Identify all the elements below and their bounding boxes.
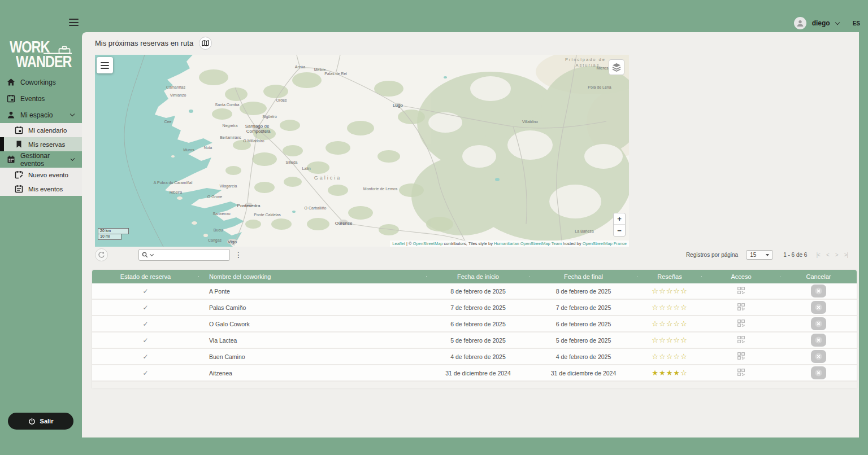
access-qr-button[interactable]: [737, 352, 745, 361]
reservation-confirmed-icon: ✓: [142, 336, 148, 344]
qr-code-icon: [737, 352, 745, 360]
table-row: ✓ Aitzenea 31 de diciembre de 2024 31 de…: [92, 365, 857, 382]
content-panel: Mis próximas reservas en ruta: [82, 32, 859, 438]
zoom-out-button[interactable]: −: [614, 225, 625, 236]
search-filter-chevron-icon[interactable]: [150, 252, 154, 256]
prev-page-button[interactable]: <: [826, 252, 829, 258]
cancel-reservation-button[interactable]: [811, 334, 826, 347]
coworking-name: Buen Camino: [199, 353, 427, 360]
access-qr-button[interactable]: [737, 369, 745, 378]
toggle-map-button[interactable]: [199, 37, 212, 50]
cancel-reservation-button[interactable]: [811, 301, 826, 314]
table-row: ✓ Via Lactea 5 de febrero de 2025 5 de f…: [92, 333, 857, 349]
scale-mi: 10 mi: [98, 234, 121, 240]
sidebar: WORK WANDER Coworkings Eventos Mi espaci…: [0, 32, 82, 455]
page-size-select[interactable]: 15: [746, 250, 773, 260]
rating-stars[interactable]: ☆☆☆☆☆: [652, 336, 687, 344]
search-input[interactable]: [155, 250, 227, 260]
calendar-list-icon: [15, 185, 23, 193]
cancel-reservation-button[interactable]: [811, 317, 826, 330]
access-qr-button[interactable]: [737, 336, 745, 345]
username[interactable]: diego: [812, 19, 830, 27]
refresh-icon: [98, 251, 105, 259]
sidebar-item-mi-espacio[interactable]: Mi espacio: [0, 107, 82, 123]
brand-logo: WORK WANDER: [10, 39, 73, 69]
table-row: ✓ Buen Camino 4 de febrero de 2025 4 de …: [92, 349, 857, 365]
records-per-page-label: Registros por página: [686, 252, 738, 258]
menu-hamburger-icon[interactable]: [69, 19, 79, 26]
col-acceso: Acceso: [702, 273, 780, 280]
reservation-confirmed-icon: ✓: [142, 320, 148, 328]
rating-stars[interactable]: ☆☆☆☆☆: [652, 303, 687, 312]
rating-stars[interactable]: ☆☆☆☆☆: [652, 320, 687, 328]
reservation-confirmed-icon: ✓: [142, 369, 148, 377]
chevron-down-icon: [70, 112, 75, 116]
cancel-reservation-button[interactable]: [811, 350, 826, 363]
qr-code-icon: [737, 369, 745, 376]
sidebar-item-gestionar-eventos[interactable]: Gestionar eventos: [0, 151, 82, 168]
pagination-range: 1 - 6 de 6: [783, 252, 807, 258]
table-row: ✓ A Ponte 8 de febrero de 2025 8 de febr…: [92, 283, 857, 300]
reservation-confirmed-icon: ✓: [142, 304, 148, 312]
user-icon: [796, 19, 804, 27]
circle-x-icon: [814, 336, 823, 344]
reservations-table: Estado de reserva Nombre del coworking F…: [92, 270, 857, 388]
rating-stars[interactable]: ☆☆☆☆☆: [652, 352, 687, 361]
sidebar-item-mis-reservas[interactable]: Mis reservas: [0, 137, 82, 151]
first-page-button[interactable]: |<: [816, 252, 819, 258]
reservation-confirmed-icon: ✓: [142, 353, 148, 361]
circle-x-icon: [814, 287, 823, 295]
language-selector[interactable]: ES: [853, 20, 860, 27]
sidebar-item-eventos[interactable]: Eventos: [0, 90, 82, 107]
qr-code-icon: [737, 287, 745, 294]
more-options-icon[interactable]: ⋮: [235, 251, 242, 259]
qr-code-icon: [737, 320, 745, 327]
table-row: ✓ Palas Camiño 7 de febrero de 2025 7 de…: [92, 300, 857, 316]
sidebar-item-mis-eventos[interactable]: Mis eventos: [0, 182, 82, 196]
col-fecha-inicio: Fecha de inicio: [427, 273, 530, 280]
cancel-reservation-button[interactable]: [811, 285, 826, 298]
brand-line2: WANDER: [16, 54, 67, 69]
next-page-button[interactable]: >: [835, 252, 838, 258]
coworking-name: Via Lactea: [199, 337, 427, 344]
start-date: 5 de febrero de 2025: [427, 337, 530, 344]
circle-x-icon: [814, 352, 823, 361]
sidebar-item-nuevo-evento[interactable]: Nuevo evento: [0, 168, 82, 182]
last-page-button[interactable]: >|: [844, 252, 848, 258]
rating-stars[interactable]: ☆☆☆☆☆: [652, 287, 687, 295]
sidebar-item-mi-calendario[interactable]: Mi calendario: [0, 123, 82, 137]
osmfr-link[interactable]: OpenStreetMap France: [583, 241, 627, 246]
map-layers-button[interactable]: [609, 59, 624, 75]
logout-button[interactable]: Salir: [8, 413, 73, 430]
circle-x-icon: [814, 369, 823, 377]
calendar-edit-icon: [15, 170, 23, 179]
start-date: 4 de febrero de 2025: [427, 353, 530, 360]
end-date: 4 de febrero de 2025: [530, 353, 637, 360]
col-nombre: Nombre del coworking: [199, 273, 427, 280]
zoom-in-button[interactable]: +: [614, 213, 625, 225]
home-icon: [7, 78, 15, 86]
map-tiles: [95, 55, 629, 247]
rating-stars[interactable]: ★★★★☆: [652, 369, 687, 377]
map-menu-button[interactable]: [97, 57, 113, 73]
leaflet-map[interactable]: Santiago deCompostelaPontevedraVigoOuren…: [95, 55, 629, 247]
refresh-button[interactable]: [95, 248, 108, 261]
cancel-reservation-button[interactable]: [811, 366, 826, 379]
access-qr-button[interactable]: [737, 287, 745, 296]
sidebar-item-coworkings[interactable]: Coworkings: [0, 74, 82, 90]
leaflet-link[interactable]: Leaflet: [392, 241, 405, 246]
access-qr-button[interactable]: [737, 303, 745, 312]
start-date: 7 de febrero de 2025: [427, 304, 530, 311]
end-date: 6 de febrero de 2025: [530, 321, 637, 327]
start-date: 6 de febrero de 2025: [427, 321, 530, 327]
access-qr-button[interactable]: [737, 320, 745, 329]
table-header: Estado de reserva Nombre del coworking F…: [92, 270, 857, 283]
search-icon[interactable]: [142, 252, 148, 258]
page-title: Mis próximas reservas en ruta: [95, 39, 193, 47]
hot-link[interactable]: Humanitarian OpenStreetMap Team: [494, 241, 562, 246]
coworking-name: O Galo Cowork: [199, 321, 427, 327]
avatar[interactable]: [794, 17, 806, 29]
osm-link[interactable]: OpenStreetMap: [413, 241, 443, 246]
map-scale: 20 km 10 mi: [98, 228, 129, 240]
user-menu-chevron-icon[interactable]: [835, 20, 839, 24]
